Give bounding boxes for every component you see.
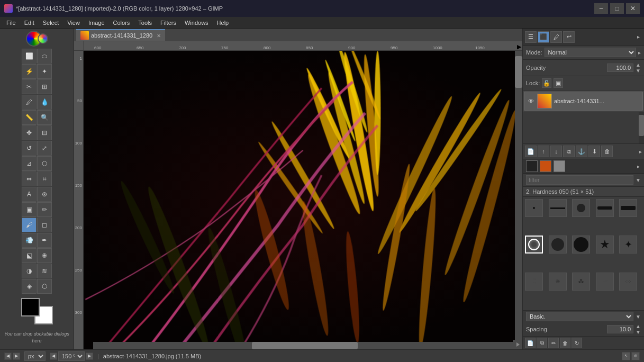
close-button[interactable]: ✕ bbox=[626, 3, 640, 14]
brush-item[interactable]: ⁖⁘ bbox=[619, 273, 637, 291]
foreground-select-tool[interactable]: ⊞ bbox=[37, 79, 52, 94]
brush-item[interactable] bbox=[549, 199, 567, 217]
layer-item[interactable]: 👁 abstract-1414331... bbox=[524, 92, 643, 111]
heal-tool[interactable]: ✙ bbox=[37, 248, 52, 263]
brush-edit-button[interactable]: ✏ bbox=[548, 338, 559, 348]
brush-filter-input[interactable] bbox=[526, 175, 633, 185]
lock-alpha-button[interactable]: ▣ bbox=[554, 78, 563, 88]
brush-panel-expand-icon[interactable]: ▸ bbox=[635, 161, 642, 171]
brush-item-selected[interactable] bbox=[525, 236, 543, 254]
merge-down-button[interactable]: ⬇ bbox=[588, 146, 600, 157]
airbrush-tool[interactable]: 💨 bbox=[22, 233, 37, 248]
brush-duplicate-button[interactable]: ⧉ bbox=[537, 338, 547, 348]
move-tool[interactable]: ✥ bbox=[22, 125, 37, 140]
brush-item[interactable] bbox=[596, 199, 614, 217]
color-picker-tool[interactable]: 💧 bbox=[37, 95, 52, 110]
brush-pattern-swatch[interactable] bbox=[540, 160, 551, 172]
brush-item[interactable] bbox=[619, 199, 637, 217]
horizontal-scrollbar[interactable] bbox=[93, 342, 513, 349]
maximize-button[interactable]: □ bbox=[610, 3, 624, 14]
fuzzy-select-tool[interactable]: ✦ bbox=[37, 64, 52, 79]
eraser-tool[interactable]: ◻ bbox=[37, 218, 52, 232]
menu-file[interactable]: File bbox=[2, 19, 20, 27]
smudge-tool[interactable]: ≋ bbox=[37, 264, 52, 278]
raise-layer-button[interactable]: ↑ bbox=[538, 146, 549, 157]
paths-tool[interactable]: 🖊 bbox=[22, 95, 37, 110]
brush-background-swatch[interactable] bbox=[554, 160, 565, 172]
brush-item[interactable]: ∷∷ bbox=[525, 273, 543, 291]
anchor-layer-button[interactable]: ⚓ bbox=[576, 146, 587, 157]
brush-preset-expand[interactable]: ▼ bbox=[636, 314, 641, 320]
spacing-spin[interactable]: ▲ ▼ bbox=[636, 323, 641, 335]
menu-windows[interactable]: Windows bbox=[180, 19, 213, 27]
rectangle-select-tool[interactable]: ⬜ bbox=[22, 49, 37, 64]
perspective-tool[interactable]: ⬡ bbox=[37, 156, 52, 171]
brush-item[interactable]: ⁂ bbox=[572, 273, 590, 291]
menu-filters[interactable]: Filters bbox=[156, 19, 180, 27]
pointer-icon[interactable]: ↖ bbox=[622, 352, 630, 360]
dodge-burn-tool[interactable]: ◑ bbox=[22, 264, 37, 278]
shear-tool[interactable]: ⊿ bbox=[22, 156, 37, 171]
menu-image[interactable]: Image bbox=[84, 19, 109, 27]
undo-tab[interactable]: ↩ bbox=[563, 31, 575, 43]
panel-expand-icon[interactable]: ▸ bbox=[634, 33, 642, 41]
ink-tool[interactable]: ✒ bbox=[37, 233, 52, 248]
brush-item[interactable]: ❋ bbox=[549, 273, 567, 291]
lock-pixels-button[interactable]: 🔓 bbox=[542, 78, 551, 88]
opacity-spin[interactable]: ▲ ▼ bbox=[636, 62, 641, 74]
color-replace-tool[interactable]: ⬡ bbox=[37, 279, 52, 294]
brush-refresh-button[interactable]: ↻ bbox=[572, 338, 582, 348]
lower-layer-button[interactable]: ↓ bbox=[550, 146, 562, 157]
clone-tool[interactable]: ⬕ bbox=[22, 248, 37, 263]
measure-tool[interactable]: 📏 bbox=[22, 110, 37, 125]
tab-close-button[interactable]: ✕ bbox=[157, 33, 161, 39]
brush-new-button[interactable]: 📄 bbox=[525, 338, 536, 348]
ruler-scroll-right[interactable]: ▶ bbox=[516, 43, 522, 50]
flip-tool[interactable]: ⇔ bbox=[22, 171, 37, 186]
layer-visibility-toggle[interactable]: 👁 bbox=[527, 97, 535, 105]
scroll-nav-icon[interactable]: ⊕ bbox=[631, 352, 640, 360]
text-tool[interactable]: A bbox=[22, 187, 37, 202]
image-canvas[interactable] bbox=[84, 51, 522, 349]
menu-edit[interactable]: Edit bbox=[20, 19, 39, 27]
brush-foreground-swatch[interactable] bbox=[526, 160, 538, 172]
menu-colors[interactable]: Colors bbox=[109, 19, 134, 27]
foreground-color-swatch[interactable] bbox=[21, 298, 40, 316]
brush-delete-button[interactable]: 🗑 bbox=[560, 338, 570, 348]
layers-tab[interactable]: ☰ bbox=[525, 31, 537, 43]
menu-help[interactable]: Help bbox=[213, 19, 233, 27]
new-layer-button[interactable]: 📄 bbox=[525, 146, 537, 157]
spacing-input[interactable] bbox=[607, 325, 633, 333]
duplicate-layer-button[interactable]: ⧉ bbox=[563, 146, 575, 157]
image-tab[interactable]: abstract-1414331_1280 ✕ bbox=[76, 29, 165, 41]
menu-select[interactable]: Select bbox=[39, 19, 64, 27]
bucket-fill-tool[interactable]: ⊛ bbox=[37, 187, 52, 202]
nav-left-button[interactable]: ◀ bbox=[4, 352, 12, 360]
scissors-select-tool[interactable]: ✂ bbox=[22, 79, 37, 94]
scale-tool[interactable]: ⤢ bbox=[37, 141, 52, 156]
layer-expand-icon[interactable]: ▸ bbox=[639, 149, 642, 155]
zoom-select[interactable]: 150 % 100 % 200 % 50 % bbox=[58, 351, 85, 361]
nav-right-button[interactable]: ▶ bbox=[13, 352, 20, 360]
mode-expand-icon[interactable]: ▸ bbox=[638, 50, 641, 56]
zoom-in-button[interactable]: ▶ bbox=[86, 352, 93, 360]
zoom-tool[interactable]: 🔍 bbox=[37, 110, 52, 125]
free-select-tool[interactable]: ⚡ bbox=[22, 64, 37, 79]
opacity-up[interactable]: ▲ bbox=[636, 62, 641, 68]
align-tool[interactable]: ⊟ bbox=[37, 125, 52, 140]
pencil-tool[interactable]: ✏ bbox=[37, 202, 52, 217]
delete-layer-button[interactable]: 🗑 bbox=[601, 146, 613, 157]
layer-scrollbar-thumb[interactable] bbox=[639, 115, 644, 136]
mode-select[interactable]: Normal Dissolve Multiply Screen bbox=[545, 48, 636, 57]
brush-item[interactable] bbox=[549, 236, 567, 254]
scrollbar-thumb-v[interactable] bbox=[515, 56, 522, 88]
rotate-tool[interactable]: ↺ bbox=[22, 141, 37, 156]
brush-item[interactable] bbox=[572, 199, 590, 217]
layer-scrollbar[interactable] bbox=[639, 112, 644, 143]
menu-tools[interactable]: Tools bbox=[134, 19, 156, 27]
channels-tab[interactable]: ⬛ bbox=[538, 31, 549, 43]
spacing-up[interactable]: ▲ bbox=[636, 323, 641, 329]
menu-view[interactable]: View bbox=[63, 19, 84, 27]
minimize-button[interactable]: – bbox=[594, 3, 608, 14]
brush-item[interactable]: ★ bbox=[596, 236, 614, 254]
